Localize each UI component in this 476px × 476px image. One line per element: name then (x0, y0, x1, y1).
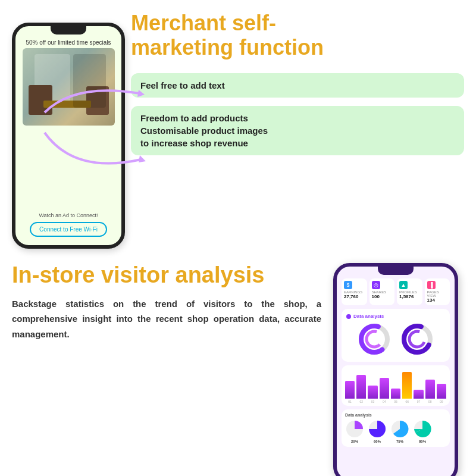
bar-labels: 01 02 03 04 05 06 07 08 09 (345, 400, 446, 403)
pie-item-4: 80% (413, 419, 432, 443)
pie-svg-4 (413, 419, 432, 439)
callout-box2: Freedom to add products Customisable pro… (131, 106, 464, 155)
section-body: Backstage statistics on the trend of vis… (12, 296, 321, 342)
stat-card-shares: ◎ SHARES 100 (369, 278, 395, 305)
chair-left-icon (29, 85, 52, 115)
phone1-watch-text: Watch an Ad to Connect! (34, 212, 102, 218)
phone2-notch (378, 267, 414, 275)
data-card-donuts: Data analysis (342, 309, 450, 362)
phone1-promo: 50% off our limited time specials (22, 37, 114, 48)
pie-svg-2 (368, 419, 387, 439)
bar-3 (368, 386, 377, 399)
donut2 (399, 321, 435, 357)
bar-9 (437, 384, 446, 399)
bar-chart (345, 369, 446, 399)
earnings-icon: $ (344, 281, 352, 289)
main-title: Merchant self- marketing function (131, 11, 464, 60)
bar-8 (425, 380, 435, 399)
bar-1 (345, 381, 355, 399)
bar-4 (380, 378, 389, 399)
svg-marker-1 (139, 155, 146, 162)
pageviews-icon: ▐ (427, 281, 436, 289)
pie-svg-3 (390, 419, 409, 439)
top-right: Merchant self- marketing function Feel f… (125, 11, 464, 155)
pie-item-3: 75% (390, 419, 409, 443)
phone1-notch (51, 26, 86, 35)
svg-point-7 (409, 331, 425, 347)
bar-chart-card: 01 02 03 04 05 06 07 08 09 (342, 365, 450, 406)
donut1 (356, 321, 392, 357)
bottom-section: In-store visitor analysis Backstage stat… (0, 249, 476, 476)
profiles-icon: ▲ (399, 281, 408, 289)
bar-2 (356, 375, 366, 399)
donuts-row (346, 321, 445, 357)
phone2: $ EARNINGS 27,760 ◎ SHARES 100 ▲ PROFILE… (333, 263, 458, 476)
svg-point-4 (367, 331, 382, 347)
top-section: 50% off our limited time specials Watch … (0, 0, 476, 249)
bar-7 (414, 390, 423, 399)
chair-right-icon (86, 86, 109, 115)
pie-item-2: 60% (368, 419, 387, 443)
section-title: In-store visitor analysis (12, 263, 321, 288)
stats-row: $ EARNINGS 27,760 ◎ SHARES 100 ▲ PROFILE… (337, 278, 455, 309)
pie-card: Data analysis 20% 60% (342, 409, 450, 447)
pie-svg-1 (345, 419, 364, 439)
pie-card-label: Data analysis (345, 413, 446, 417)
pies-row: 20% 60% 75% (345, 419, 446, 443)
phone1-connect-button[interactable]: Connect to Free Wi-Fi (30, 222, 107, 237)
pie-item-1: 20% (345, 419, 364, 443)
table-icon (43, 101, 91, 108)
data-card-label: Data analysis (346, 314, 445, 319)
phone2-wrapper: $ EARNINGS 27,760 ◎ SHARES 100 ▲ PROFILE… (333, 263, 464, 476)
stat-card-profiles: ▲ PROFILES 1,5876 (397, 278, 422, 305)
stat-card-pageviews: ▐ PAGES VIEW 134 (425, 278, 450, 305)
bottom-left: In-store visitor analysis Backstage stat… (12, 263, 333, 342)
bar-5 (391, 389, 400, 399)
stat-card-earnings: $ EARNINGS 27,760 (342, 278, 367, 305)
bar-6-highlighted (402, 372, 412, 399)
phone1: 50% off our limited time specials Watch … (12, 23, 125, 249)
phone1-image (23, 48, 115, 126)
callout-box1: Feel free to add text (131, 73, 464, 98)
callout-area: Feel free to add text Freedom to add pro… (131, 73, 464, 155)
shares-icon: ◎ (372, 281, 380, 289)
